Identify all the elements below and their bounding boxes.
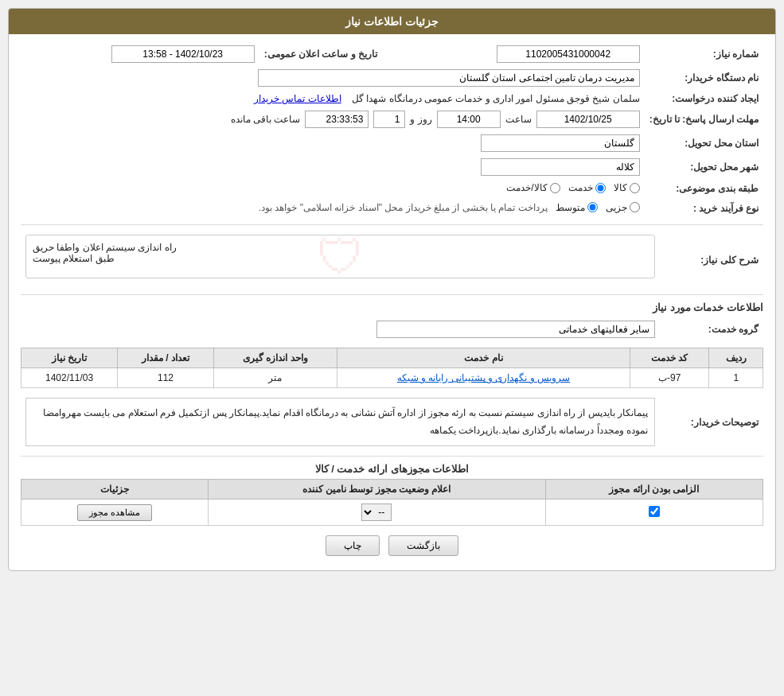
lic-col-elzami: الزامی بودن ارائه مجوز bbox=[545, 480, 763, 500]
khadamat-title: اطلاعات خدمات مورد نیاز bbox=[21, 301, 763, 313]
cell-vahed: متر bbox=[214, 368, 337, 388]
sharh-line1: راه اندازی سیستم اعلان واطفا حریق bbox=[33, 242, 648, 253]
ijad-konande-label: ایجاد کننده درخواست: bbox=[645, 90, 763, 107]
ostan-input[interactable] bbox=[481, 134, 640, 152]
sharh-box: 🛡 راه اندازی سیستم اعلان واطفا حریق طبق … bbox=[25, 235, 655, 278]
sharh-label: شرح کلی نیاز: bbox=[660, 231, 763, 288]
col-vahed: واحد اندازه گیری bbox=[214, 348, 337, 368]
col-radif: ردیف bbox=[709, 348, 763, 368]
table-row: 1 97-ب سرویس و نگهداری و پشتیبانی رایانه… bbox=[21, 368, 763, 388]
ostan-label: استان محل تحویل: bbox=[645, 131, 763, 155]
tabaqe-label: طبقه بندی موضوعی: bbox=[645, 179, 763, 199]
tarikh-elan-label: تاریخ و ساعت اعلان عمومی: bbox=[259, 42, 382, 66]
lic-row: -- مشاهده مجوز bbox=[21, 500, 763, 526]
cell-radif: 1 bbox=[709, 368, 763, 388]
cell-kod: 97-ب bbox=[630, 368, 709, 388]
footer-buttons: بازگشت چاپ bbox=[21, 526, 763, 562]
tarikh-elan-input[interactable] bbox=[111, 45, 255, 63]
saat-label: ساعت bbox=[505, 114, 532, 125]
mohlat-time-input[interactable] bbox=[437, 111, 501, 128]
noe-jozyi-radio[interactable]: جزیی bbox=[606, 202, 640, 213]
lic-checkbox[interactable] bbox=[649, 506, 660, 517]
shahr-input[interactable] bbox=[481, 158, 640, 176]
mohlat-date-input[interactable] bbox=[536, 111, 640, 128]
mojawez-title: اطلاعات مجوزهای ارائه خدمت / کالا bbox=[21, 463, 763, 475]
tosif-box: پیمانکار بایدپس از راه اندازی سیستم نسبت… bbox=[25, 398, 655, 446]
noe-desc: پرداخت تمام یا بخشی از مبلغ خریداز محل "… bbox=[259, 202, 548, 213]
roz-label: روز و bbox=[410, 114, 431, 125]
cell-nam: سرویس و نگهداری و پشتیبانی رایانه و شبکه bbox=[337, 368, 630, 388]
ijad-konande-name: سلمان شیخ قوجق مسئول امور اداری و خدمات … bbox=[352, 93, 640, 104]
col-tarikh: تاریخ نیاز bbox=[21, 348, 118, 368]
lic-select-cell: -- bbox=[208, 500, 545, 526]
page-header: جزئیات اطلاعات نیاز bbox=[9, 9, 775, 34]
saat-baqi-label: ساعت باقی مانده bbox=[231, 114, 301, 125]
shomare-niaz-input[interactable] bbox=[497, 45, 640, 63]
roz-input[interactable] bbox=[373, 111, 405, 128]
tosif-label: توصیحات خریدار: bbox=[660, 395, 763, 449]
chap-button[interactable]: چاپ bbox=[326, 535, 380, 556]
noe-farayand-label: نوع فرآیند خرید : bbox=[645, 199, 763, 219]
tabaqe-kala-radio[interactable]: کالا bbox=[614, 182, 640, 193]
shahr-label: شهر محل تحویل: bbox=[645, 155, 763, 179]
col-nam: نام خدمت bbox=[337, 348, 630, 368]
countdown-input[interactable] bbox=[305, 111, 369, 128]
cell-tedad: 112 bbox=[118, 368, 214, 388]
service-link[interactable]: سرویس و نگهداری و پشتیبانی رایانه و شبکه bbox=[397, 372, 570, 383]
tosif-text: پیمانکار بایدپس از راه اندازی سیستم نسبت… bbox=[43, 407, 648, 436]
items-table: ردیف کد خدمت نام خدمت واحد اندازه گیری ت… bbox=[21, 348, 763, 388]
tabaqe-kala-khadamat-radio[interactable]: کالا/خدمت bbox=[506, 182, 560, 193]
lic-col-joziyat: جزئیات bbox=[21, 480, 209, 500]
tabaqe-khadamat-radio[interactable]: خدمت bbox=[568, 182, 606, 193]
noe-motavaset-radio[interactable]: متوسط bbox=[556, 202, 598, 213]
grouh-khadamat-input[interactable] bbox=[376, 321, 655, 338]
lic-status-select[interactable]: -- bbox=[361, 504, 392, 521]
saat-baqi-countdown bbox=[305, 111, 369, 128]
nam-dastgah-input[interactable] bbox=[258, 69, 640, 87]
grouh-khadamat-label: گروه خدمت: bbox=[660, 317, 763, 341]
shomare-niaz-label: شماره نیاز: bbox=[645, 42, 763, 66]
col-kod: کد خدمت bbox=[630, 348, 709, 368]
lic-btn-cell: مشاهده مجوز bbox=[21, 500, 209, 526]
col-tedad: تعداد / مقدار bbox=[118, 348, 214, 368]
lic-checkbox-cell bbox=[545, 500, 763, 526]
page-title: جزئیات اطلاعات نیاز bbox=[345, 15, 439, 28]
mohlat-label: مهلت ارسال پاسخ: تا تاریخ: bbox=[645, 107, 763, 131]
view-license-button[interactable]: مشاهده مجوز bbox=[77, 504, 152, 521]
sharh-line2: طبق استعلام پیوست bbox=[33, 253, 648, 264]
nam-dastgah-label: نام دستگاه خریدار: bbox=[645, 66, 763, 90]
bazgasht-button[interactable]: بازگشت bbox=[388, 535, 458, 556]
tamas-khardar-link[interactable]: اطلاعات تماس خریدار bbox=[254, 93, 341, 104]
license-table: الزامی بودن ارائه مجوز اعلام وضعیت مجوز … bbox=[21, 479, 763, 526]
lic-col-ealam: اعلام وضعیت مجوز توسط نامین کننده bbox=[208, 480, 545, 500]
cell-tarikh: 1402/11/03 bbox=[21, 368, 118, 388]
